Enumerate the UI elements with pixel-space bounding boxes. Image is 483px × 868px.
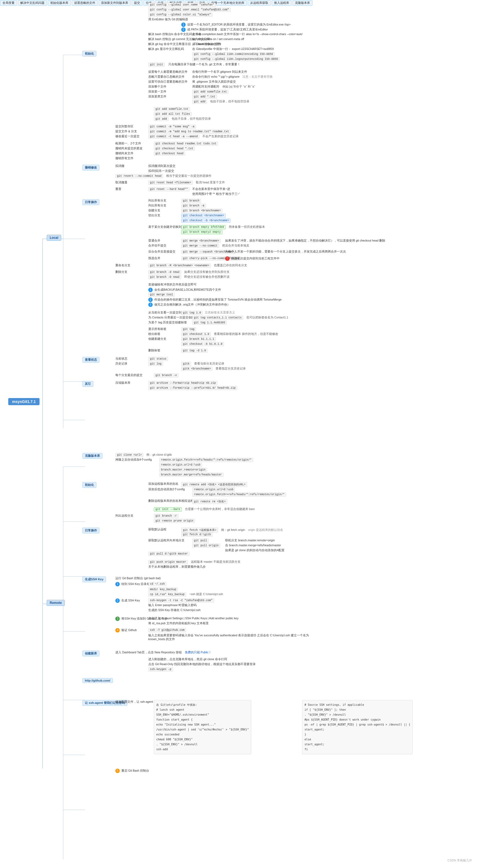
create-repo-step1: 进入 Dashboard Tab页，点击 New Repository 按钮 免… (115, 651, 211, 654)
tag-contacts-cmd-text: git tag contacts_1.1 contacts (192, 316, 243, 320)
clone-repo-label: 克隆版本库 (295, 1, 310, 4)
reset-label: 取消撤显 (115, 181, 127, 184)
delete-note1: 如果分支还没有被合并到头部分支 (184, 270, 230, 273)
keygen-p: ssh-keygen -p (148, 667, 173, 672)
global-cmd-4: 用 EmEditor 做为 Git 的编辑器 (148, 18, 188, 22)
gi-detail-6: git add *.txt (192, 95, 217, 99)
checkout-head: git checkout head (154, 152, 185, 156)
ssh-gen-step: 2 生成 SSH Key (115, 598, 140, 603)
ssh-gen-result: 生成的 SSH Key 存储在 C:\Users\jcl.ssh (148, 608, 201, 612)
empty-branch-cmd1-text: git branch empty bfe57de0 (181, 225, 226, 229)
remote-daily-label: 日常操作 (85, 529, 97, 532)
commit-section-label: 提交 (134, 1, 140, 4)
tag-checkout-text: 校出标签 (148, 332, 160, 336)
github-verify-note: 输入之前如果需要密码请输入你会 You've successfully auth… (148, 633, 313, 641)
revert-note2: 拟/到拟消-一次提交 (148, 169, 174, 173)
merge-note: 如果发生了冲突，就在不能自动合并的情况下，如果准确指定，不想自动解决它），可以直… (225, 239, 385, 243)
pull-merge-detail: 合 branch.master.merge=refs/heads/master (225, 544, 281, 547)
fix-encoding-label: 解决中文乱码问题 (20, 1, 44, 4)
tag-1-1-4: git tag 1.1.4e8b365 (192, 321, 227, 325)
conflict-auto-note: 直接编辑有冲突的文件然后提交即可 (148, 283, 197, 287)
rename-branch-text: 重命名分支 (115, 264, 130, 267)
fix-detail-3-text: 从 Gitext/cinputrc 文件 (192, 42, 221, 45)
ssh-section-label: 生成SSH Key (85, 578, 103, 581)
watermark-text: CSDN 李南极几许 (448, 859, 472, 862)
add-files-node: 添加新文件到版本库 (98, 0, 131, 6)
gi-detail-5: git add somefile.txt (192, 90, 229, 94)
commit-sub1-text: 提交到暂存区 (115, 125, 133, 128)
archive-zip-cmd: git archive --format=zip head=zip nb.zip (148, 381, 217, 385)
global-cmd-1: git config --global user.name "zahufan" (148, 3, 216, 7)
merge-no-commit-cmd-text: git merge --no-commit (181, 244, 219, 248)
merge-branchname: git merge <branchname> (181, 239, 221, 243)
branch-cmd-3: git branch <branchname> (181, 209, 222, 213)
other-section: 其它 (82, 381, 93, 387)
profile2-line-0: # Source SSH settings, if applicable (304, 703, 410, 707)
merge-squash: 后台合并后直接提交 (148, 250, 176, 254)
gi-detail-note-1: 注意：右左不要有空格 (242, 75, 273, 78)
branch-list-local: 列出所有分支 (148, 199, 167, 203)
remote-label: Remote (50, 601, 62, 605)
archive-label: 压缩版本库 (115, 381, 130, 384)
other-label: 其它 (85, 382, 91, 385)
branch-list-all-text: 列出所有分支 (148, 204, 167, 207)
merge-no-commit-cmd: git merge --no-commit 然后合并当前本地支 (181, 244, 249, 248)
github-step2: 将 id_rsa.pub 文件的内容粘贴到 key 文本框里 (148, 621, 209, 625)
archive-node: 压缩版本库 (115, 381, 130, 385)
push-origin-master: git push origin master (148, 560, 188, 564)
clone-config-2-text: remote.origin.url=d:\usb (159, 463, 202, 467)
tag-checkout-1-0: git checkout 1.0 (181, 332, 211, 336)
fix-detail-4-text: 在 Gitext/profile 中填加一行： export LESSCHARS… (192, 47, 274, 51)
git-log: git log (148, 362, 163, 366)
fix-detail-1-text: 在 Gitit-completion.bash 文件中添加一行 alias ls… (192, 32, 303, 36)
fetch-dir-cmd: git fetch d:\gitb (181, 532, 213, 537)
cmd-username: git config --global user.name "zahufan" (148, 3, 216, 7)
rename-branch-cmd: git branch -M <branchname> <newname> 也覆盖… (148, 264, 247, 268)
clone-section-label: 克隆版本库 (85, 454, 100, 457)
fetch-cmd-node: git fetch <远程版本库> 例：git fetch origin ori… (181, 528, 283, 532)
delete-branch-text: 删除分支 (115, 270, 127, 273)
gi-cmd-3: 设置可供自己需要忽略的文件 (148, 80, 187, 84)
ssh-gen-note: 输入 Enter passphrase 时需输入密码 (148, 603, 197, 607)
gi-cmd-5-text: 添加某一文件 (148, 90, 167, 93)
github-verify-step: 4 验证 Github (115, 628, 137, 632)
ssh-gen-note-text: 输入 Enter passphrase 时需输入密码 (148, 603, 197, 607)
commit-sub2-text: 提交文件 & 分支 (115, 130, 137, 133)
ssh-gen-result-text: 生成的 SSH Key 存储在 C:\Users\jcl.ssh (148, 608, 201, 612)
clone-repo-node: 克隆版本库 (293, 0, 312, 6)
merge-squash-note-text: 为每个人开发一个新的功能，需要在一个分支上提交多次，开发完成之后再两两合并一次次 (225, 250, 346, 253)
github-step2-text: 将 id_rsa.pub 文件的内容粘贴到 key 文本框里 (148, 621, 209, 625)
tag-create-cmd: git tag 1.0 注意标签名无需要含义 (181, 311, 235, 315)
verify-badge: 4 (115, 628, 120, 632)
local-section: Local (47, 235, 61, 241)
rename-cmd: git branch -M <branchname> <newname> (148, 264, 211, 268)
alias-config-1-text: remote.origin.url=d:\usb (192, 488, 235, 492)
github-url-label: http://github.com/ (85, 679, 110, 682)
profile-content-box: 在 Git\etc\profile 中填加: # lunch ssh agent… (154, 700, 251, 754)
gi-wildcard-note: 例如 [a] 等价于 "a" 和 "a" (222, 85, 255, 88)
editor-note-1: 1 设置一个名为GIT_EDITOR 的系统环境变量，设置它的值为 EmEdit… (181, 23, 291, 27)
alias-config-2: remote.origin.fetch=+refs/heads/*:refs/r… (192, 493, 286, 497)
mind-map-container: msysGit1.7.1 Local Remote 初始化 全局变量 git c… (0, 0, 483, 868)
branch-create-text: 创建分支 (148, 209, 160, 212)
bare-init-cmd: git init --bare (154, 507, 182, 512)
checkout-branch-node: 切出分支 (148, 214, 160, 217)
checkout-sub3: 撤销尚未文件 (115, 152, 133, 155)
clone-section: 克隆版本库 (82, 453, 102, 459)
profile-line-0: 在 Git\etc\profile 中填加: (156, 703, 249, 707)
empty-branch-note: 用来备量一些历史机密版本 (229, 225, 265, 228)
conflict-resolve-note: 3 做完之后合格到解决 .orig文件（冲突解决文件保存件份） (148, 303, 230, 307)
checkout-branch-cmd: git checkout <branchname> (181, 214, 226, 218)
profile-line-9: ssh-add (156, 747, 249, 752)
fetch-remote-cmd: git fetch <远程版本库> (181, 528, 218, 532)
push-label: 推入远程库 (274, 1, 289, 4)
hard-reset-cmd: git reset --hard head** (148, 187, 189, 191)
alias-config-note: 添加后也自动添加2个config (148, 488, 185, 491)
gi-detail-1: 在每行列举一个名字.gitignore 到以来文件 (192, 70, 247, 74)
ssh-badge-2: 2 (115, 598, 120, 603)
fix-encoding-node: 解决中文乱码问题 (18, 0, 47, 6)
remote-init-section: 初始化 (82, 482, 96, 488)
merge-normal-cmd: git merge <branchname> (181, 239, 221, 243)
ssh-section: 生成SSH Key (82, 577, 106, 582)
cherry-pick-warning: ! (225, 256, 230, 261)
